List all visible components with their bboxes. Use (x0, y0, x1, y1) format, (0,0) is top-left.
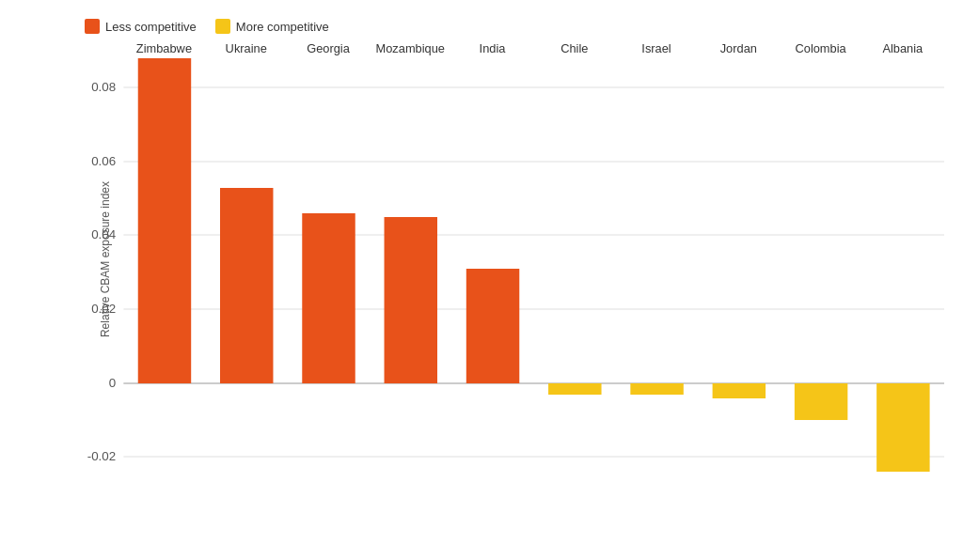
bar-albania (876, 383, 929, 472)
bar-georgia (302, 213, 355, 383)
legend-item-more-competitive: More competitive (215, 19, 329, 34)
bar-israel (630, 383, 683, 395)
legend-color-more (215, 19, 230, 34)
chart-svg: 0.08 0.06 0.04 0.02 0 -0.02 Zimbabwe Ukr… (75, 43, 944, 475)
bar-colombia (795, 383, 847, 420)
svg-text:Ukraine: Ukraine (226, 43, 267, 55)
bar-chile (548, 383, 601, 395)
svg-text:Jordan: Jordan (720, 43, 757, 55)
bar-jordan (713, 383, 766, 398)
legend-label-less: Less competitive (105, 20, 197, 34)
bar-ukraine (220, 188, 273, 383)
svg-text:Israel: Israel (641, 43, 671, 55)
svg-text:Albania: Albania (882, 43, 924, 55)
bar-mozambique (385, 217, 437, 383)
bar-india (466, 269, 519, 383)
legend-item-less-competitive: Less competitive (85, 19, 197, 34)
legend-label-more: More competitive (236, 20, 329, 34)
chart-area: Relative CBAM exposure index 0.08 0.06 0… (75, 43, 944, 475)
y-axis-label: Relative CBAM exposure index (99, 165, 112, 353)
chart-container: Less competitive More competitive Relati… (0, 0, 963, 560)
legend: Less competitive More competitive (75, 19, 944, 34)
svg-text:Colombia: Colombia (796, 43, 847, 55)
svg-text:Chile: Chile (560, 43, 588, 55)
svg-text:Georgia: Georgia (307, 43, 351, 55)
svg-text:Mozambique: Mozambique (376, 43, 445, 55)
svg-text:India: India (480, 43, 507, 55)
legend-color-less (85, 19, 100, 34)
